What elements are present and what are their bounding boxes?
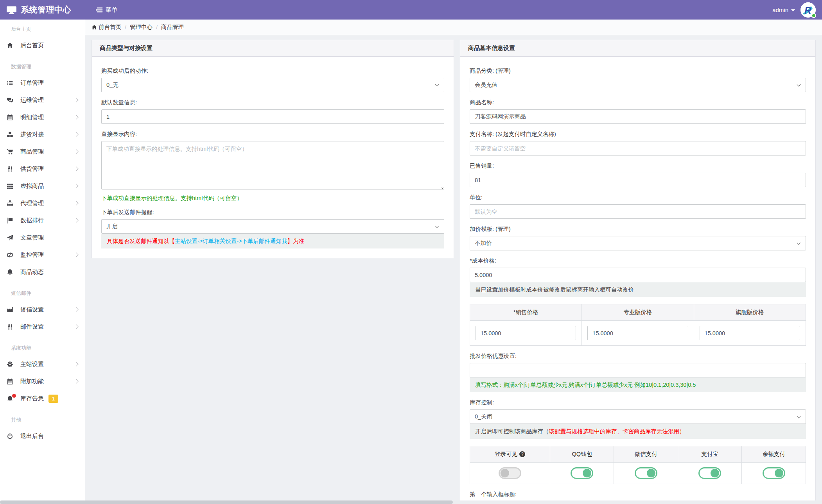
cost-price-label: *成本价格:	[470, 257, 806, 265]
sale-price-input[interactable]	[476, 326, 576, 340]
sidebar-item-label: 邮件设置	[20, 323, 44, 331]
mail-reminder-note: 具体是否发送邮件通知以【主站设置->订单相关设置->下单后邮件通知我】为准	[101, 234, 444, 248]
unit-input[interactable]	[470, 204, 806, 219]
sidebar-section-label: 数据管理	[11, 63, 85, 70]
navbar-right: admin R	[772, 2, 822, 18]
table-row	[470, 463, 806, 484]
hamburger-icon	[95, 7, 103, 13]
wholesale-input[interactable]	[470, 363, 806, 377]
default-qty-input[interactable]	[101, 109, 444, 124]
toggle-header-balance-pay: 余额支付	[742, 446, 806, 463]
breadcrumb-front-home-link[interactable]: 前台首页	[99, 23, 121, 31]
sidebar-item-site-settings[interactable]: 主站设置	[0, 356, 85, 373]
direct-content-textarea[interactable]	[101, 141, 444, 189]
sidebar-item-logout[interactable]: 退出后台	[0, 427, 85, 445]
mail-note-link: 主站设置->订单相关设置->下单后邮件通知我	[175, 238, 287, 244]
mail-reminder-select[interactable]: 开启	[101, 219, 444, 234]
power-icon	[5, 433, 14, 440]
panel-title: 商品类型与对接设置	[92, 40, 454, 57]
avatar[interactable]: R	[800, 2, 816, 18]
price-table: *销售价格 专业版价格 旗舰版价格	[470, 304, 806, 346]
sidebar-item-virtual-goods[interactable]: 虚拟商品	[0, 177, 85, 195]
scrollbar-thumb[interactable]	[0, 500, 453, 504]
toggle-header-qq-wallet: QQ钱包	[550, 446, 614, 463]
sidebar-item-label: 商品动态	[20, 268, 44, 276]
sidebar-item-label: 监控管理	[20, 251, 44, 259]
markup-template-select[interactable]: 不加价	[470, 236, 806, 250]
sidebar-item-product-news[interactable]: 商品动态	[0, 263, 85, 281]
breadcrumb-current: 商品管理	[161, 23, 184, 31]
sales-label: 已售销量:	[470, 162, 806, 170]
category-select[interactable]: 会员充值	[470, 78, 806, 92]
sidebar-item-operations[interactable]: 运维管理	[0, 91, 85, 109]
price-table-header-ultimate: 旗舰版价格	[694, 304, 806, 321]
sidebar-item-supply[interactable]: 供货管理	[0, 160, 85, 177]
sidebar-item-articles[interactable]: 文章管理	[0, 229, 85, 246]
sitemap-icon	[5, 200, 14, 207]
horizontal-scrollbar[interactable]	[0, 500, 822, 504]
online-status-dot	[811, 13, 816, 18]
question-icon[interactable]: ?	[519, 451, 525, 457]
toggle-header-wechat-pay: 微信支付	[614, 446, 678, 463]
wechat-pay-toggle[interactable]	[635, 467, 657, 479]
chevron-down-icon	[435, 224, 439, 228]
menu-toggle-button[interactable]: 菜单	[95, 6, 117, 14]
product-name-input[interactable]	[470, 109, 806, 124]
balance-pay-toggle[interactable]	[763, 467, 785, 479]
category-label: 商品分类: (管理)	[470, 67, 806, 75]
cart-icon	[5, 148, 14, 155]
mail-note-red: 具体是否发送邮件通知以【	[107, 238, 175, 244]
toggle-knob	[501, 469, 509, 477]
brand-link[interactable]: 系统管理中心	[0, 4, 85, 15]
sidebar-item-details[interactable]: 明细管理	[0, 109, 85, 126]
pay-name-label: 支付名称: (发起支付时自定义名称)	[470, 130, 806, 138]
cost-price-input[interactable]	[470, 268, 806, 282]
direct-content-help: 下单成功直接显示的处理信息。支持html代码（可留空）	[101, 194, 444, 202]
stock-control-select[interactable]: 0_关闭	[470, 409, 806, 424]
sidebar-item-agents[interactable]: 代理管理	[0, 195, 85, 212]
sidebar-item-rankings[interactable]: 数据排行	[0, 212, 85, 229]
sidebar-item-monitoring[interactable]: 监控管理	[0, 246, 85, 263]
pro-price-input[interactable]	[587, 326, 688, 340]
sidebar-item-purchase-docking[interactable]: 进货对接	[0, 126, 85, 143]
direct-content-label: 直接显示内容:	[101, 130, 444, 138]
sidebar-item-orders[interactable]: 订单管理	[0, 74, 85, 91]
sidebar: 后台主页后台首页数据管理订单管理运维管理明细管理进货对接商品管理供货管理虚拟商品…	[0, 20, 85, 504]
mail-reminder-value: 开启	[106, 223, 118, 230]
alipay-toggle[interactable]	[698, 467, 721, 479]
sidebar-item-products[interactable]: 商品管理	[0, 143, 85, 160]
breadcrumb-admin-center-link[interactable]: 管理中心	[130, 23, 153, 31]
username: admin	[772, 7, 788, 13]
sidebar-item-dashboard[interactable]: 后台首页	[0, 37, 85, 54]
toggle-knob	[583, 469, 591, 477]
chevron-down-icon	[797, 241, 801, 245]
chevron-down-icon	[435, 83, 439, 87]
ultimate-price-input[interactable]	[700, 326, 800, 340]
payment-toggle-table: 登录可见? QQ钱包 微信支付 支付宝 余额支付	[470, 446, 806, 484]
sidebar-item-sms-settings[interactable]: 短信设置	[0, 301, 85, 318]
purchase-action-select[interactable]: 0_无	[101, 78, 444, 92]
mail-note-red: 】为准	[287, 238, 305, 244]
sidebar-item-label: 明细管理	[20, 114, 44, 121]
stock-control-label: 库存控制:	[470, 399, 806, 406]
calendar-icon	[5, 378, 14, 385]
price-table-header-sale: *销售价格	[470, 304, 582, 321]
pay-name-input[interactable]	[470, 141, 806, 155]
comments-icon	[5, 97, 14, 104]
sidebar-item-addons[interactable]: 附加功能	[0, 373, 85, 390]
industry-icon	[5, 306, 14, 313]
chevron-right-icon	[74, 184, 78, 188]
sales-input[interactable]	[470, 173, 806, 187]
sidebar-item-stock-alert[interactable]: 库存告急1	[0, 390, 85, 407]
user-dropdown[interactable]: admin	[772, 7, 795, 13]
content: 商品类型与对接设置 购买成功后的动作: 0_无 默认数量信息: 直接显示内容: …	[85, 35, 822, 504]
login-visible-toggle[interactable]	[499, 467, 521, 479]
stock-note-plain: 开启后即可控制该商品库存（	[475, 428, 549, 434]
qq-wallet-toggle[interactable]	[571, 467, 593, 479]
sidebar-section-label: 系统功能	[11, 345, 85, 352]
wholesale-label: 批发价格优惠设置:	[470, 352, 806, 360]
toggle-label: 登录可见	[495, 451, 517, 457]
chevron-down-icon	[797, 83, 801, 87]
sidebar-item-mail-settings[interactable]: 邮件设置	[0, 318, 85, 335]
sidebar-section-label: 其他	[11, 416, 85, 424]
